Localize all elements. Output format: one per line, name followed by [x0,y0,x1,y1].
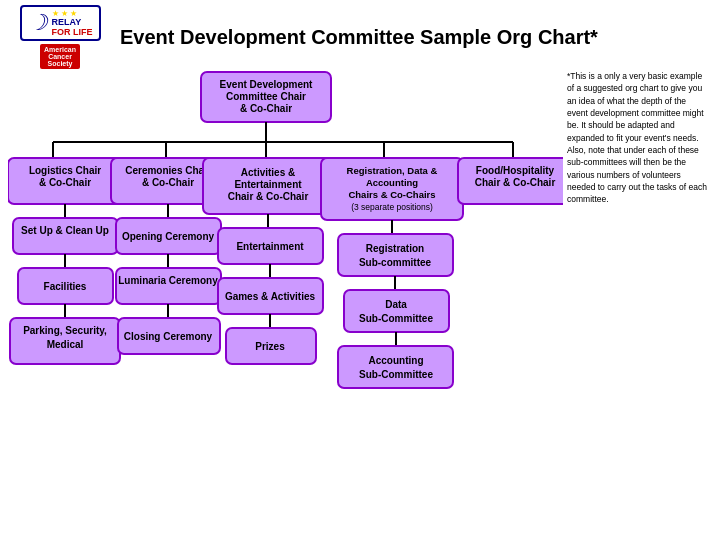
svg-text:Chair & Co-Chair: Chair & Co-Chair [475,177,556,188]
svg-text:(3 separate positions): (3 separate positions) [351,202,433,212]
col-activities: Activities & Entertainment Chair & Co-Ch… [203,142,333,364]
moon-icon: ☽ [28,10,48,36]
acs-logo: AmericanCancerSociety [40,44,80,69]
svg-text:Food/Hospitality: Food/Hospitality [476,165,555,176]
org-chart-svg: Event Development Committee Chair & Co-C… [8,70,563,530]
page-title: Event Development Committee Sample Org C… [120,26,710,49]
sidebar-note: *This is a only a very basic example of … [563,70,712,530]
svg-text:Facilities: Facilities [44,281,87,292]
svg-text:Activities &: Activities & [241,167,295,178]
svg-text:Event Development: Event Development [220,79,313,90]
svg-rect-58 [344,290,449,332]
svg-text:& Co-Chair: & Co-Chair [39,177,91,188]
relay-logo: ☽ ★ ★ ★ RELAYFOR LIFE [20,5,101,42]
svg-text:Logistics Chair: Logistics Chair [29,165,101,176]
svg-rect-28 [116,268,221,304]
svg-text:Sub-Committee: Sub-Committee [359,313,433,324]
chart-section: Event Development Committee Chair & Co-C… [8,70,563,530]
main-content: Event Development Committee Chair & Co-C… [0,70,720,530]
logo-area: ☽ ★ ★ ★ RELAYFOR LIFE AmericanCancerSoci… [10,5,110,70]
svg-text:Registration: Registration [366,243,424,254]
svg-text:Chairs & Co-Chairs: Chairs & Co-Chairs [348,189,435,200]
svg-text:Set Up & Clean Up: Set Up & Clean Up [21,225,109,236]
svg-text:Luminaria Ceremony: Luminaria Ceremony [118,275,218,286]
svg-text:Sub-Committee: Sub-Committee [359,369,433,380]
svg-text:Opening Ceremony: Opening Ceremony [122,231,215,242]
svg-text:Data: Data [385,299,407,310]
svg-rect-54 [338,234,453,276]
col-food: Food/Hospitality Chair & Co-Chair [458,142,563,204]
svg-text:Games & Activities: Games & Activities [225,291,316,302]
svg-text:Accounting: Accounting [366,177,418,188]
svg-text:Parking, Security,: Parking, Security, [23,325,107,336]
svg-rect-62 [338,346,453,388]
svg-text:Committee Chair: Committee Chair [226,91,306,102]
svg-text:& Co-Chair: & Co-Chair [142,177,194,188]
svg-rect-11 [13,218,118,254]
svg-text:Sub-committee: Sub-committee [359,257,432,268]
svg-text:Registration, Data &: Registration, Data & [347,165,438,176]
page: ☽ ★ ★ ★ RELAYFOR LIFE AmericanCancerSoci… [0,0,720,540]
col-logistics: Logistics Chair & Co-Chair Set Up & Clea… [8,142,123,364]
svg-text:Entertainment: Entertainment [236,241,304,252]
relay-text: RELAYFOR LIFE [52,18,93,38]
svg-text:Prizes: Prizes [255,341,285,352]
svg-text:Chair & Co-Chair: Chair & Co-Chair [228,191,309,202]
note-content: *This is a only a very basic example of … [567,71,707,204]
svg-text:Closing Ceremony: Closing Ceremony [124,331,213,342]
col-registration: Registration, Data & Accounting Chairs &… [321,142,463,388]
svg-text:Accounting: Accounting [369,355,424,366]
svg-text:Entertainment: Entertainment [234,179,302,190]
top-node: Event Development Committee Chair & Co-C… [53,72,513,142]
svg-text:Medical: Medical [47,339,84,350]
svg-text:Ceremonies Chair: Ceremonies Chair [125,165,211,176]
header: ☽ ★ ★ ★ RELAYFOR LIFE AmericanCancerSoci… [0,0,720,70]
svg-text:& Co-Chair: & Co-Chair [240,103,292,114]
